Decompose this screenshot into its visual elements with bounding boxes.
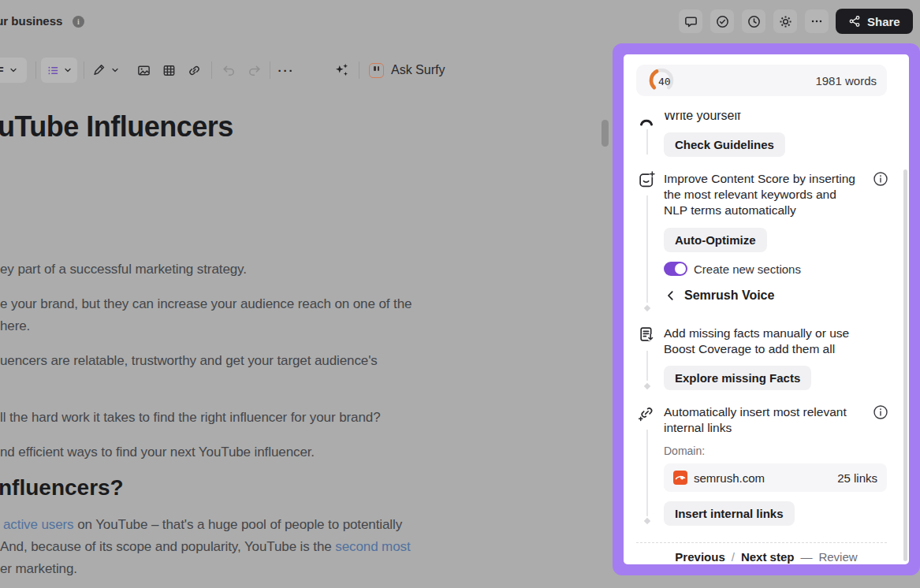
- doc-paragraph: nd efficient ways to find your next YouT…: [0, 445, 315, 460]
- history-button[interactable]: [742, 9, 765, 33]
- improve-score-text: Improve Content Score by inserting the m…: [664, 171, 862, 218]
- doc-heading-h2: nfluencers?: [0, 475, 124, 501]
- step-connector: [646, 129, 648, 154]
- comment-icon: [683, 14, 698, 29]
- toolbar-divider: [211, 61, 212, 79]
- toolbar-divider: [84, 61, 84, 79]
- doc-link[interactable]: active users: [3, 517, 74, 532]
- image-icon: [136, 63, 151, 78]
- create-sections-label: Create new sections: [694, 262, 801, 276]
- redo-icon: [247, 63, 262, 78]
- surfy-icon: [369, 63, 384, 78]
- domain-name: semrush.com: [694, 471, 837, 485]
- missing-facts-text: Add missing facts manually or use Boost …: [664, 326, 881, 357]
- pen-icon: [92, 63, 107, 78]
- more-options-button[interactable]: [805, 9, 829, 33]
- checks-button[interactable]: [710, 9, 734, 33]
- word-count: 1981 words: [812, 74, 877, 87]
- ai-sparkles-button[interactable]: [330, 58, 353, 83]
- internal-links-icon: [637, 404, 655, 422]
- share-icon: [848, 15, 861, 28]
- step-connector: [646, 351, 648, 381]
- doc-text: And, because of its scope and popularity…: [0, 539, 335, 554]
- insert-internal-links-button[interactable]: Insert internal links: [664, 501, 795, 526]
- explore-facts-button[interactable]: Explore missing Facts: [664, 366, 811, 390]
- doc-paragraph: And, because of its scope and popularity…: [0, 539, 411, 555]
- domain-label: Domain:: [664, 445, 705, 457]
- insert-link-button[interactable]: [181, 58, 207, 83]
- chevron-left-icon: [665, 290, 676, 301]
- doc-paragraph: er marketing.: [0, 561, 77, 577]
- info-circle-icon[interactable]: [873, 171, 888, 187]
- chevron-down-icon: [110, 65, 120, 75]
- insert-image-button[interactable]: [131, 58, 156, 83]
- panel-scrollbar-thumb[interactable]: [903, 169, 907, 561]
- insert-table-button[interactable]: [156, 58, 181, 83]
- footer-divider: [636, 542, 887, 543]
- doc-heading-h1: uTube Influencers: [0, 110, 233, 143]
- share-button-label: Share: [867, 15, 900, 28]
- gear-icon: [778, 14, 793, 29]
- more-dots-icon: ···: [278, 64, 295, 77]
- app-root: our business i Share: [0, 0, 920, 588]
- share-button[interactable]: Share: [836, 9, 913, 34]
- ask-surfy-label: Ask Surfy: [391, 63, 445, 77]
- settings-button[interactable]: [773, 9, 797, 33]
- next-step-name: Review: [818, 550, 857, 564]
- semrush-voice-label: Semrush Voice: [684, 288, 774, 303]
- doc-text: on YouTube – that's a huge pool of peopl…: [74, 517, 403, 532]
- footer-separator: /: [732, 550, 735, 564]
- write-yourself-label: Write yourself: [664, 113, 821, 123]
- highlight-pen-dropdown[interactable]: [88, 58, 123, 83]
- undo-button[interactable]: [216, 58, 241, 83]
- panel-footer: Previous / Next step — Review: [624, 550, 909, 564]
- write-yourself-row: Write yourself: [664, 113, 821, 124]
- doc-paragraph: e your brand, but they can increase your…: [0, 296, 412, 312]
- chevron-down-icon: [9, 65, 18, 75]
- list-icon: [47, 64, 60, 77]
- toolbar-divider: [359, 61, 359, 79]
- semrush-voice-button[interactable]: Semrush Voice: [665, 288, 774, 303]
- ellipsis-icon: [810, 14, 824, 28]
- semrush-logo-icon: [673, 471, 687, 485]
- domain-row[interactable]: semrush.com 25 links: [664, 463, 887, 492]
- doc-paragraph: ll the hard work it takes to find the ri…: [0, 410, 380, 426]
- next-step-button[interactable]: Next step: [741, 550, 795, 564]
- check-guidelines-button[interactable]: Check Guidelines: [664, 132, 785, 157]
- auto-optimize-button[interactable]: Auto-Optimize: [664, 228, 767, 252]
- info-circle-icon[interactable]: [873, 404, 888, 420]
- internal-links-text: Automatically insert most relevant inter…: [664, 404, 853, 436]
- create-sections-toggle[interactable]: [664, 262, 687, 276]
- comments-button[interactable]: [679, 9, 702, 33]
- document-breadcrumb: our business: [0, 14, 62, 28]
- toolbar-divider: [35, 61, 36, 79]
- text-style-dropdown[interactable]: F: [0, 58, 27, 83]
- missing-facts-icon: [638, 326, 656, 344]
- check-circle-icon: [715, 14, 730, 29]
- doc-paragraph: here.: [0, 318, 30, 334]
- doc-link[interactable]: second most: [335, 539, 410, 554]
- sparkles-icon: [333, 62, 349, 78]
- editor-scrollbar-thumb[interactable]: [602, 120, 609, 147]
- footer-dash: —: [800, 550, 812, 564]
- content-score-value: 40: [658, 76, 671, 87]
- list-dropdown[interactable]: [41, 58, 77, 83]
- table-icon: [162, 63, 177, 78]
- step-connector: [646, 195, 648, 303]
- auto-optimize-icon: [638, 171, 656, 189]
- toolbar-more-button[interactable]: ···: [274, 58, 298, 83]
- previous-button[interactable]: Previous: [675, 550, 724, 564]
- undo-icon: [222, 63, 237, 78]
- clock-icon: [747, 14, 762, 29]
- info-icon[interactable]: i: [73, 16, 84, 28]
- ask-surfy-button[interactable]: Ask Surfy: [364, 58, 449, 83]
- chevron-down-icon: [63, 65, 73, 75]
- redo-button[interactable]: [241, 58, 266, 83]
- link-icon: [187, 63, 202, 78]
- doc-paragraph: ey part of a successful marketing strate…: [0, 262, 247, 277]
- write-pen-icon: [639, 114, 654, 126]
- domain-links-count: 25 links: [837, 471, 877, 485]
- doc-paragraph: active users on YouTube – that's a huge …: [3, 517, 402, 533]
- step-connector: [646, 430, 648, 516]
- doc-paragraph: uencers are relatable, trustworthy and g…: [0, 353, 378, 369]
